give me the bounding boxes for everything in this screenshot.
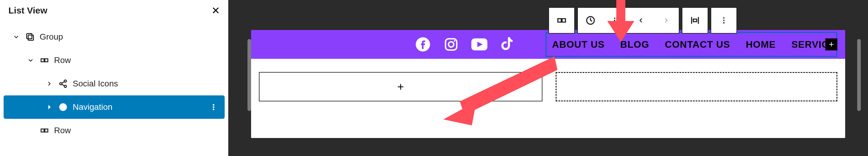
svg-rect-3 bbox=[45, 59, 48, 62]
tree-item-row[interactable]: Row bbox=[4, 49, 225, 72]
svg-line-8 bbox=[62, 84, 65, 86]
annotation-arrow-down bbox=[607, 0, 634, 42]
svg-line-7 bbox=[62, 82, 65, 83]
header-row[interactable]: ABOUT US BLOG CONTACT US HOME SERVIC + bbox=[251, 30, 845, 59]
svg-point-12 bbox=[213, 104, 214, 105]
svg-rect-17 bbox=[616, 0, 625, 24]
svg-rect-2 bbox=[41, 59, 44, 62]
facebook-icon[interactable] bbox=[414, 36, 431, 53]
list-view-header: List View ✕ bbox=[0, 0, 228, 25]
annotation-arrow-diagonal bbox=[443, 56, 557, 125]
svg-rect-0 bbox=[27, 34, 32, 39]
svg-point-14 bbox=[213, 109, 214, 110]
tree-item-social-icons[interactable]: Social Icons bbox=[4, 72, 225, 95]
scrollbar-right[interactable] bbox=[857, 39, 861, 111]
svg-rect-34 bbox=[693, 19, 696, 22]
svg-point-6 bbox=[64, 85, 67, 88]
svg-point-35 bbox=[723, 17, 725, 19]
social-icons-block[interactable] bbox=[414, 36, 516, 53]
toolbar-move-right-icon[interactable] bbox=[654, 8, 679, 33]
svg-marker-20 bbox=[443, 102, 476, 125]
editor-canvas: ABOUT US BLOG CONTACT US HOME SERVIC + + bbox=[228, 0, 868, 156]
svg-point-37 bbox=[723, 22, 725, 24]
svg-rect-22 bbox=[562, 18, 565, 22]
toolbar-more-icon[interactable] bbox=[711, 8, 737, 33]
more-icon[interactable] bbox=[210, 103, 217, 111]
navigation-block[interactable]: ABOUT US BLOG CONTACT US HOME SERVIC + bbox=[546, 32, 837, 57]
chevron-down-icon[interactable] bbox=[9, 33, 24, 40]
nav-item[interactable]: HOME bbox=[746, 39, 776, 50]
tree-item-label: Social Icons bbox=[70, 79, 118, 88]
toolbar-align-icon[interactable] bbox=[682, 8, 708, 33]
tree-item-row-2[interactable]: Row bbox=[4, 119, 225, 142]
nav-item[interactable]: ABOUT US bbox=[552, 39, 604, 50]
svg-rect-1 bbox=[28, 35, 34, 40]
tree-item-label: Navigation bbox=[70, 102, 112, 112]
tree-item-navigation[interactable]: Navigation bbox=[4, 95, 225, 119]
page-preview: ABOUT US BLOG CONTACT US HOME SERVIC + + bbox=[251, 30, 845, 138]
list-view-title: List View bbox=[8, 5, 48, 15]
svg-line-25 bbox=[590, 21, 592, 21]
navigation-icon bbox=[57, 103, 70, 112]
svg-point-5 bbox=[60, 82, 62, 85]
svg-point-40 bbox=[448, 42, 454, 47]
youtube-icon[interactable] bbox=[471, 36, 488, 53]
row-icon bbox=[38, 56, 51, 65]
svg-point-4 bbox=[64, 80, 67, 82]
block-toolbar bbox=[549, 7, 737, 34]
empty-block-placeholder[interactable] bbox=[556, 72, 837, 102]
svg-point-41 bbox=[454, 40, 455, 42]
svg-marker-18 bbox=[607, 21, 634, 42]
svg-rect-15 bbox=[41, 129, 44, 132]
group-icon bbox=[24, 32, 37, 41]
tree-item-group[interactable]: Group bbox=[4, 25, 225, 49]
row-icon bbox=[38, 126, 51, 135]
svg-point-36 bbox=[723, 20, 725, 21]
svg-rect-21 bbox=[558, 18, 561, 22]
nav-item[interactable]: SERVIC bbox=[792, 39, 829, 50]
instagram-icon[interactable] bbox=[443, 36, 460, 53]
chevron-right-icon[interactable] bbox=[42, 80, 57, 87]
tiktok-icon[interactable] bbox=[499, 36, 516, 53]
toolbar-row-icon[interactable] bbox=[549, 8, 574, 33]
svg-rect-16 bbox=[45, 129, 48, 132]
close-icon[interactable]: ✕ bbox=[212, 5, 220, 15]
tree-item-label: Group bbox=[37, 32, 63, 42]
chevron-down-icon[interactable] bbox=[24, 57, 38, 64]
tree-item-label: Row bbox=[51, 55, 71, 65]
toolbar-navigation-icon[interactable] bbox=[578, 8, 603, 33]
svg-point-13 bbox=[213, 107, 214, 108]
list-view-panel: List View ✕ Group Row bbox=[0, 0, 228, 156]
add-nav-item-button[interactable]: + bbox=[825, 38, 837, 50]
chevron-right-icon[interactable] bbox=[42, 104, 57, 111]
block-tree: Group Row Social Icons bbox=[0, 25, 228, 142]
nav-item[interactable]: CONTACT US bbox=[665, 39, 730, 50]
share-icon bbox=[57, 79, 70, 88]
tree-item-label: Row bbox=[51, 126, 71, 135]
scrollbar-left[interactable] bbox=[247, 39, 251, 111]
